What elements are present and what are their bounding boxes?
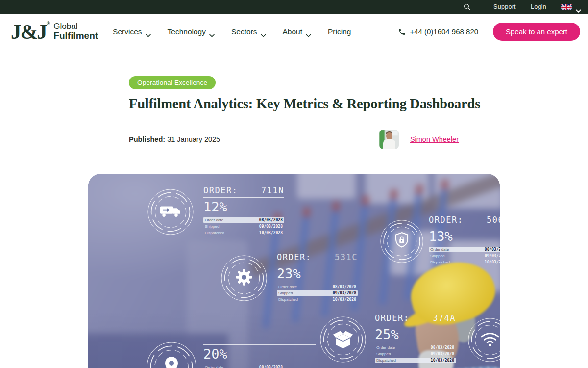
phone-link[interactable]: +44 (0)1604 968 820 bbox=[398, 27, 478, 36]
article-header: Operational Excellence Fulfilment Analyt… bbox=[129, 76, 459, 149]
logo-mark: J&J® bbox=[11, 21, 50, 42]
speak-to-expert-button[interactable]: Speak to an expert bbox=[493, 23, 580, 41]
topbar-login-link[interactable]: Login bbox=[531, 3, 546, 10]
header-actions: +44 (0)1604 968 820 Speak to an expert bbox=[398, 23, 580, 41]
chevron-down-icon bbox=[306, 30, 311, 34]
avatar-shirt bbox=[383, 139, 395, 149]
chevron-down-icon bbox=[209, 30, 215, 34]
avatar-face bbox=[386, 132, 392, 139]
published-info: Published: 31 January 2025 bbox=[129, 135, 220, 143]
category-badge[interactable]: Operational Excellence bbox=[129, 76, 216, 89]
language-selector[interactable] bbox=[561, 4, 581, 10]
nav-technology[interactable]: Technology bbox=[168, 27, 215, 36]
published-date: 31 January 2025 bbox=[167, 135, 220, 143]
topbar-support-link[interactable]: Support bbox=[493, 3, 516, 10]
nav-sectors[interactable]: Sectors bbox=[231, 27, 266, 36]
published-row: Published: 31 January 2025 Simon Wheeler bbox=[129, 130, 459, 149]
logo[interactable]: J&J® Global Fulfilment bbox=[11, 21, 98, 42]
warehouse-worker bbox=[382, 257, 500, 368]
nav-services[interactable]: Services bbox=[113, 27, 150, 36]
main-nav: Services Technology Sectors About Pricin… bbox=[113, 27, 351, 36]
published-label: Published: bbox=[129, 135, 165, 143]
chevron-down-icon bbox=[261, 30, 266, 34]
registered-mark: ® bbox=[47, 21, 50, 26]
chevron-down-icon bbox=[576, 6, 581, 9]
hero-image: ORDER:711N 12% Order date08/03/2028 Ship… bbox=[88, 174, 500, 368]
main-header: J&J® Global Fulfilment Services Technolo… bbox=[0, 14, 588, 50]
author-block: Simon Wheeler bbox=[379, 130, 459, 149]
logo-text: Global Fulfilment bbox=[53, 22, 98, 41]
phone-icon bbox=[398, 28, 406, 36]
divider bbox=[129, 157, 459, 157]
nav-pricing[interactable]: Pricing bbox=[328, 27, 351, 36]
author-avatar[interactable] bbox=[379, 130, 399, 149]
chevron-down-icon bbox=[146, 30, 151, 34]
utility-topbar: Support Login bbox=[0, 0, 588, 14]
search-icon[interactable] bbox=[463, 3, 471, 11]
author-link[interactable]: Simon Wheeler bbox=[410, 135, 459, 143]
phone-number: +44 (0)1604 968 820 bbox=[410, 27, 478, 36]
uk-flag-icon bbox=[561, 4, 572, 10]
nav-about[interactable]: About bbox=[283, 27, 312, 36]
page-title: Fulfilment Analytics: Key Metrics & Repo… bbox=[129, 96, 459, 112]
